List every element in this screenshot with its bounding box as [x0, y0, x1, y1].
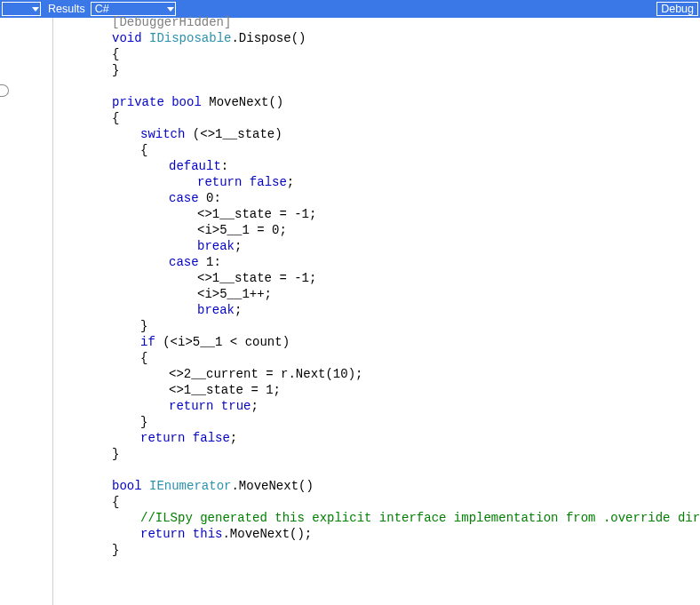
code-line: switch (<>1__state)	[53, 126, 700, 142]
outline-marker-icon	[0, 84, 9, 97]
code-line: <>2__current = r.Next(10);	[53, 366, 700, 382]
code-line: //ILSpy generated this explicit interfac…	[53, 510, 700, 526]
chevron-down-icon	[32, 7, 39, 12]
toolbar-dropdown-left[interactable]	[2, 2, 41, 16]
code-line: <>1__state = 1;	[53, 382, 700, 398]
code-line: return false;	[53, 430, 700, 446]
code-line: {	[53, 350, 700, 366]
code-line: {	[53, 142, 700, 158]
code-line: return false;	[53, 174, 700, 190]
code-line: break;	[53, 302, 700, 318]
code-line	[53, 462, 700, 478]
code-line: default:	[53, 158, 700, 174]
code-line: <i>5__1 = 0;	[53, 222, 700, 238]
code-line: }	[53, 446, 700, 462]
code-line: return this.MoveNext();	[53, 526, 700, 542]
gutter	[0, 18, 53, 605]
code-line	[53, 78, 700, 94]
code-line: return true;	[53, 398, 700, 414]
body-area: [DebuggerHidden]void IDisposable.Dispose…	[0, 18, 700, 605]
code-line: <i>5__1++;	[53, 286, 700, 302]
code-line: <>1__state = -1;	[53, 206, 700, 222]
code-line: {	[53, 494, 700, 510]
code-line: void IDisposable.Dispose()	[53, 30, 700, 46]
code-line: break;	[53, 238, 700, 254]
code-line: if (<i>5__1 < count)	[53, 334, 700, 350]
code-line: }	[53, 62, 700, 78]
code-line: case 0:	[53, 190, 700, 206]
code-line: }	[53, 318, 700, 334]
code-line: {	[53, 110, 700, 126]
code-line: private bool MoveNext()	[53, 94, 700, 110]
code-line: {	[53, 46, 700, 62]
code-line: case 1:	[53, 254, 700, 270]
code-line: <>1__state = -1;	[53, 270, 700, 286]
code-line: }	[53, 414, 700, 430]
code-editor[interactable]: [DebuggerHidden]void IDisposable.Dispose…	[53, 9, 700, 605]
code-line: }	[53, 542, 700, 558]
code-line: [DebuggerHidden]	[53, 14, 700, 30]
code-line: bool IEnumerator.MoveNext()	[53, 478, 700, 494]
